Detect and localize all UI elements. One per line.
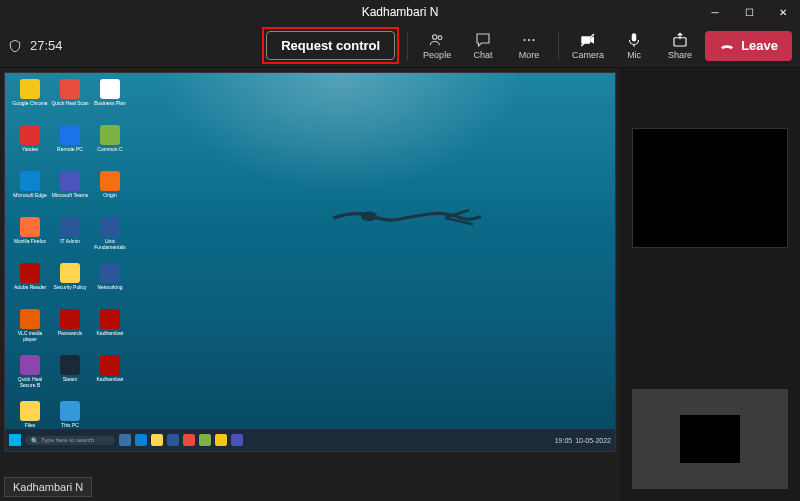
taskbar-app[interactable]: [183, 434, 195, 446]
desktop-icon[interactable]: Security Policy: [51, 263, 89, 307]
system-tray[interactable]: 19:05 10-05-2022: [555, 437, 611, 444]
taskbar-app[interactable]: [231, 434, 243, 446]
app-icon: [100, 171, 120, 191]
shield-icon: [8, 38, 22, 54]
taskbar-app[interactable]: [167, 434, 179, 446]
icon-label: Unix Fundamentals: [91, 238, 129, 250]
icon-label: Kadhambari: [97, 330, 124, 336]
shared-desktop[interactable]: Google ChromeQuick Heal ScanBusiness Pla…: [4, 72, 616, 452]
app-icon: [60, 309, 80, 329]
more-label: More: [519, 50, 540, 60]
taskbar-app[interactable]: [199, 434, 211, 446]
icon-label: Mozilla Firefox: [14, 238, 46, 244]
desktop-icon[interactable]: Quick Heal Secure B: [11, 355, 49, 399]
desktop-icon[interactable]: Adobe Reader: [11, 263, 49, 307]
desktop-icon-grid: Google ChromeQuick Heal ScanBusiness Pla…: [11, 79, 129, 445]
chat-label: Chat: [474, 50, 493, 60]
app-icon: [20, 309, 40, 329]
shared-screen-area: Google ChromeQuick Heal ScanBusiness Pla…: [0, 68, 620, 501]
icon-label: Networking: [97, 284, 122, 290]
icon-label: Google Chrome: [12, 100, 47, 106]
chat-icon: [474, 31, 492, 49]
desktop-icon[interactable]: Origin: [91, 171, 129, 215]
svg-point-4: [533, 39, 535, 41]
self-video: [680, 415, 740, 463]
app-icon: [100, 309, 120, 329]
desktop-icon[interactable]: Kadhambari: [91, 309, 129, 353]
app-icon: [100, 263, 120, 283]
people-button[interactable]: People: [416, 31, 458, 60]
app-icon: [20, 355, 40, 375]
people-label: People: [423, 50, 451, 60]
app-icon: [60, 263, 80, 283]
desktop-icon[interactable]: Quick Heal Scan: [51, 79, 89, 123]
minimize-button[interactable]: ─: [698, 0, 732, 24]
icon-label: This PC: [61, 422, 79, 428]
svg-point-3: [528, 39, 530, 41]
camera-label: Camera: [572, 50, 604, 60]
participant-panel: [620, 68, 800, 501]
taskbar-app[interactable]: [215, 434, 227, 446]
self-video-container[interactable]: [632, 389, 788, 489]
desktop-icon[interactable]: Passwords: [51, 309, 89, 353]
icon-label: IT Admin: [60, 238, 80, 244]
camera-button[interactable]: Camera: [567, 31, 609, 60]
leave-button[interactable]: Leave: [705, 31, 792, 61]
desktop-icon[interactable]: VLC media player: [11, 309, 49, 353]
request-control-highlight: Request control: [262, 27, 399, 64]
camera-off-icon: [579, 31, 597, 49]
desktop-icon[interactable]: IT Admin: [51, 217, 89, 261]
chat-button[interactable]: Chat: [462, 31, 504, 60]
desktop-icon[interactable]: Kadhambari: [91, 355, 129, 399]
app-icon: [20, 217, 40, 237]
icon-label: Remote PC: [57, 146, 83, 152]
icon-label: Quick Heal Scan: [51, 100, 88, 106]
start-button[interactable]: [9, 434, 21, 446]
more-icon: [520, 31, 538, 49]
search-placeholder: Type here to search: [41, 437, 94, 443]
close-button[interactable]: ✕: [766, 0, 800, 24]
taskbar-app[interactable]: [119, 434, 131, 446]
icon-label: Quick Heal Secure B: [11, 376, 49, 388]
desktop-icon[interactable]: Unix Fundamentals: [91, 217, 129, 261]
taskbar-app[interactable]: [135, 434, 147, 446]
desktop-icon[interactable]: Mozilla Firefox: [11, 217, 49, 261]
app-icon: [20, 263, 40, 283]
desktop-icon[interactable]: Remote PC: [51, 125, 89, 169]
icon-label: Files: [25, 422, 36, 428]
desktop-icon[interactable]: Google Chrome: [11, 79, 49, 123]
request-control-button[interactable]: Request control: [266, 31, 395, 60]
desktop-icon[interactable]: Steam: [51, 355, 89, 399]
mic-button[interactable]: Mic: [613, 31, 655, 60]
icon-label: Microsoft Teams: [52, 192, 88, 198]
app-icon: [60, 79, 80, 99]
app-icon: [60, 401, 80, 421]
tray-date: 10-05-2022: [575, 437, 611, 444]
app-icon: [100, 355, 120, 375]
icon-label: Business Plan: [94, 100, 126, 106]
desktop-icon[interactable]: Business Plan: [91, 79, 129, 123]
call-timer: 27:54: [8, 38, 63, 54]
maximize-button[interactable]: ☐: [732, 0, 766, 24]
desktop-icon[interactable]: Common C: [91, 125, 129, 169]
app-icon: [60, 355, 80, 375]
share-button[interactable]: Share: [659, 31, 701, 60]
desktop-icon[interactable]: Microsoft Teams: [51, 171, 89, 215]
taskbar-app[interactable]: [151, 434, 163, 446]
taskbar-search[interactable]: 🔍 Type here to search: [25, 436, 115, 445]
icon-label: Security Policy: [54, 284, 87, 290]
participant-video-large[interactable]: [632, 128, 788, 248]
app-icon: [20, 79, 40, 99]
wallpaper-figure: [325, 193, 485, 243]
icon-label: Passwords: [58, 330, 82, 336]
svg-rect-7: [632, 33, 637, 41]
desktop-icon[interactable]: Microsoft Edge: [11, 171, 49, 215]
desktop-icon[interactable]: Yandex: [11, 125, 49, 169]
more-button[interactable]: More: [508, 31, 550, 60]
icon-label: Yandex: [22, 146, 39, 152]
people-icon: [428, 31, 446, 49]
desktop-icon[interactable]: Networking: [91, 263, 129, 307]
share-label: Share: [668, 50, 692, 60]
svg-point-2: [524, 39, 526, 41]
separator: [558, 32, 559, 60]
